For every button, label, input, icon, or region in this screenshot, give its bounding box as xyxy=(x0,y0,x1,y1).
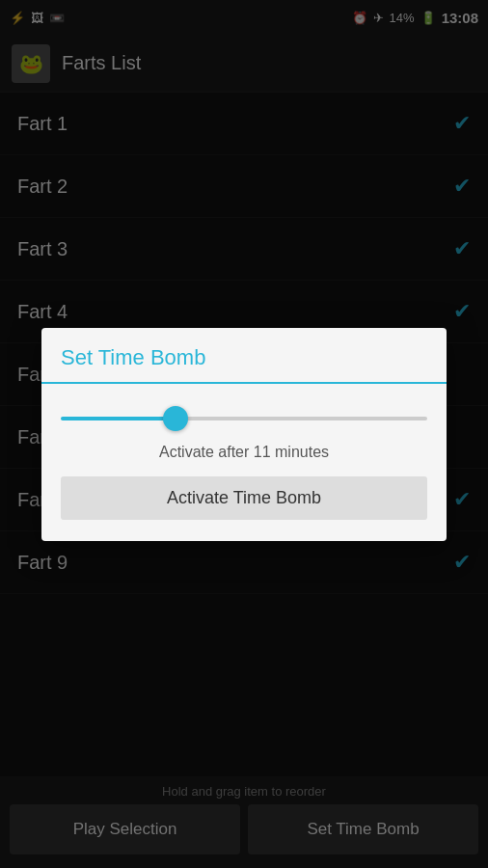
dialog-body: Activate after 11 minutes Activate Time … xyxy=(41,384,447,541)
slider-container xyxy=(61,403,427,428)
dialog: Set Time Bomb Activate after 11 minutes … xyxy=(41,328,447,541)
modal-overlay: Set Time Bomb Activate after 11 minutes … xyxy=(0,0,488,868)
dialog-title: Set Time Bomb xyxy=(41,328,447,382)
activate-time-bomb-button[interactable]: Activate Time Bomb xyxy=(61,476,427,520)
time-bomb-slider[interactable] xyxy=(61,417,427,420)
dialog-minutes-text: Activate after 11 minutes xyxy=(159,444,329,461)
